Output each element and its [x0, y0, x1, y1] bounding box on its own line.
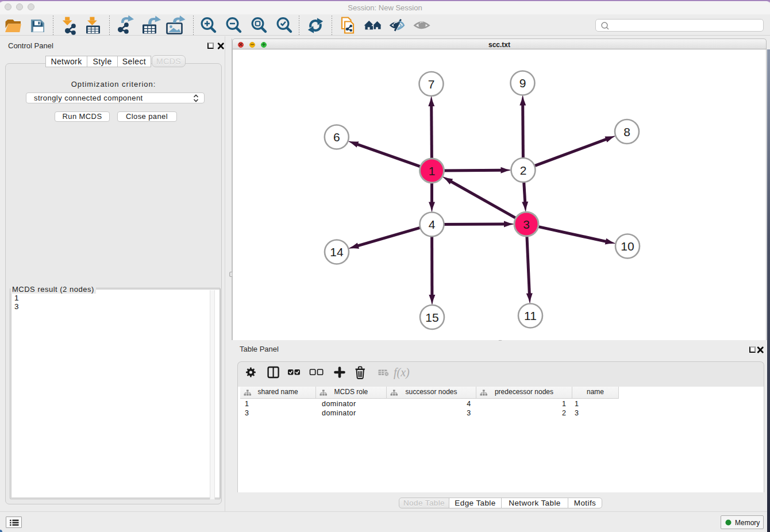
- svg-text:9: 9: [519, 76, 526, 90]
- svg-text:10: 10: [621, 240, 634, 253]
- svg-text:3: 3: [523, 218, 530, 231]
- svg-text:1: 1: [429, 164, 436, 178]
- svg-text:7: 7: [428, 78, 435, 91]
- svg-text:2: 2: [520, 164, 527, 177]
- svg-text:f(x): f(x): [394, 366, 410, 379]
- svg-text:15: 15: [425, 311, 438, 324]
- svg-text:11: 11: [524, 309, 537, 322]
- svg-text:6: 6: [333, 130, 340, 144]
- svg-text:4: 4: [429, 218, 436, 231]
- svg-text:8: 8: [623, 125, 630, 138]
- svg-text:14: 14: [330, 245, 344, 259]
